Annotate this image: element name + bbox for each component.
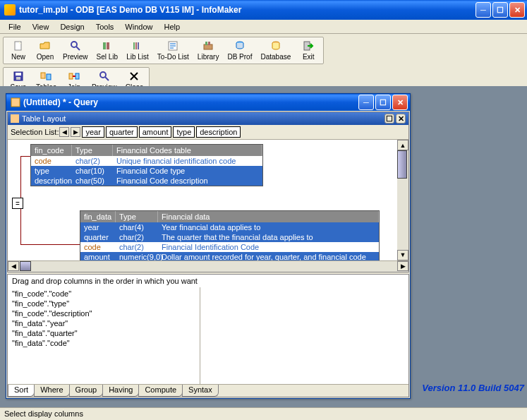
tb-new-label: New — [11, 53, 25, 61]
th-desc: Financial data — [158, 211, 379, 222]
panel-close-button[interactable]: ✕ — [396, 114, 406, 124]
tb-dbprof[interactable]: DB Prof — [223, 39, 256, 62]
tb-preview[interactable]: Preview — [59, 39, 92, 62]
tb-database[interactable]: Database — [256, 39, 295, 62]
tb-library-label: Library — [198, 53, 219, 61]
tb-sellib-label: Sel Lib — [97, 53, 119, 61]
tb-new[interactable]: New — [5, 39, 32, 62]
sel-col-amount[interactable]: amount — [139, 126, 172, 138]
table-row[interactable]: typechar(10)Financial Code type — [31, 166, 262, 176]
version-label: Version 11.0 Build 5047 — [422, 383, 524, 393]
svg-rect-22 — [11, 98, 20, 107]
svg-rect-5 — [135, 42, 137, 49]
svg-rect-9 — [205, 42, 207, 45]
scroll-thumb[interactable] — [20, 261, 31, 271]
th-type: Type — [72, 145, 113, 156]
table-fin-data-header: fin_data Type Financial data — [80, 211, 379, 222]
list-item[interactable]: "fin_code"."code" — [12, 289, 195, 299]
canvas-hscroll[interactable]: ◀ ▶ — [8, 260, 408, 272]
drop-hint: Drag and drop columns in the order in wh… — [8, 275, 408, 287]
tab-having[interactable]: Having — [102, 385, 139, 397]
panel-maximize-button[interactable]: ☐ — [384, 114, 394, 124]
list-item[interactable]: "fin_data"."year" — [12, 318, 195, 328]
child-maximize-button[interactable]: ☐ — [375, 95, 391, 110]
scroll-left[interactable]: ◀ — [8, 261, 19, 271]
list-item[interactable]: "fin_data"."quarter" — [12, 328, 195, 338]
list-item[interactable]: "fin_code"."description" — [12, 308, 195, 318]
sel-nav-prev[interactable]: ◀ — [59, 127, 69, 137]
sel-col-year[interactable]: year — [82, 126, 104, 138]
menu-window[interactable]: Window — [119, 21, 158, 32]
table-layout-icon — [11, 114, 19, 123]
svg-rect-2 — [103, 42, 106, 49]
join-line — [20, 156, 30, 157]
app-title: tutor_im.pbl - ODB [EAS Demo DB V115 IM]… — [19, 5, 475, 15]
statusbar: Select display columns — [0, 407, 527, 420]
child-title: (Untitled) * - Query — [23, 97, 358, 107]
svg-rect-17 — [41, 73, 45, 78]
menubar: File View Design Tools Window Help — [0, 20, 527, 34]
scroll-right[interactable]: ▶ — [397, 261, 408, 271]
table-row[interactable]: descriptionchar(50)Financial Code descri… — [31, 176, 262, 186]
tab-sort[interactable]: Sort — [8, 385, 35, 397]
sel-col-quarter[interactable]: quarter — [106, 126, 138, 138]
th-desc: Financial Codes table — [113, 145, 262, 156]
sort-panel: Drag and drop columns in the order in wh… — [7, 274, 409, 397]
menu-help[interactable]: Help — [158, 21, 186, 32]
table-row[interactable]: quarterchar(2)The quarter that the finan… — [80, 232, 379, 242]
table-row[interactable]: yearchar(4)Year financial data applies t… — [80, 222, 379, 232]
table-layout-header: Table Layout ☐ ✕ — [8, 112, 408, 125]
list-item[interactable]: "fin_data"."code" — [12, 338, 195, 348]
table-fin-data[interactable]: fin_data Type Financial data yearchar(4)… — [80, 210, 380, 260]
table-row[interactable]: amountnumeric(9,0)Dollar amount recorded… — [80, 252, 379, 260]
svg-rect-18 — [47, 74, 51, 80]
tb-exit-label: Exit — [303, 53, 315, 61]
query-icon — [11, 97, 20, 107]
tab-syntax[interactable]: Syntax — [182, 385, 219, 397]
tb-sellib[interactable]: Sel Lib — [92, 39, 123, 62]
table-row[interactable]: codechar(2)Financial Identification Code — [80, 242, 379, 252]
tb-open[interactable]: Open — [32, 39, 59, 62]
svg-point-1 — [71, 42, 77, 47]
menu-view[interactable]: View — [27, 21, 55, 32]
table-row[interactable]: codechar(2)Unique financial identificati… — [31, 156, 262, 166]
tb-liblist[interactable]: Lib List — [122, 39, 153, 62]
tb-dbprof-label: DB Prof — [227, 53, 252, 61]
menu-file[interactable]: File — [3, 21, 27, 32]
svg-rect-3 — [107, 42, 109, 49]
table-layout-title: Table Layout — [22, 114, 66, 123]
menu-tools[interactable]: Tools — [90, 21, 120, 32]
scroll-thumb[interactable] — [397, 150, 407, 179]
canvas-vscroll[interactable]: ▲ ▼ — [397, 140, 408, 260]
svg-rect-4 — [133, 42, 135, 49]
list-item[interactable]: "fin_code"."type" — [12, 299, 195, 308]
tab-compute[interactable]: Compute — [138, 385, 183, 397]
close-button[interactable]: ✕ — [509, 2, 525, 18]
tb-library[interactable]: Library — [193, 39, 224, 62]
table-fin-code-header: fin_code Type Financial Codes table — [31, 145, 262, 156]
tb-database-label: Database — [260, 53, 291, 61]
tb-todo[interactable]: To-Do List — [153, 39, 193, 62]
child-minimize-button[interactable]: ─ — [358, 95, 374, 110]
scroll-up[interactable]: ▲ — [397, 140, 408, 150]
minimize-button[interactable]: ─ — [475, 2, 491, 18]
svg-rect-10 — [208, 42, 210, 45]
th-name: fin_data — [80, 211, 116, 222]
menu-design[interactable]: Design — [54, 21, 90, 32]
table-canvas[interactable]: = fin_code Type Financial Codes table co… — [8, 140, 408, 260]
sort-target-list[interactable] — [200, 287, 408, 384]
sel-col-description[interactable]: description — [196, 126, 241, 138]
scroll-down[interactable]: ▼ — [397, 250, 408, 260]
sel-nav-next[interactable]: ▶ — [71, 127, 80, 137]
table-fin-code[interactable]: fin_code Type Financial Codes table code… — [30, 144, 263, 186]
tab-where[interactable]: Where — [34, 385, 69, 397]
tab-group[interactable]: Group — [69, 385, 104, 397]
column-list[interactable]: "fin_code"."code" "fin_code"."type" "fin… — [8, 287, 200, 384]
table-layout-panel: Table Layout ☐ ✕ Selection List: ◀ ▶ yea… — [7, 112, 409, 272]
child-close-button[interactable]: ✕ — [392, 95, 408, 110]
maximize-button[interactable]: ☐ — [492, 2, 508, 18]
tb-exit[interactable]: Exit — [295, 39, 322, 62]
join-box[interactable]: = — [12, 198, 23, 209]
tb-open-label: Open — [37, 53, 54, 61]
sel-col-type[interactable]: type — [173, 126, 195, 138]
